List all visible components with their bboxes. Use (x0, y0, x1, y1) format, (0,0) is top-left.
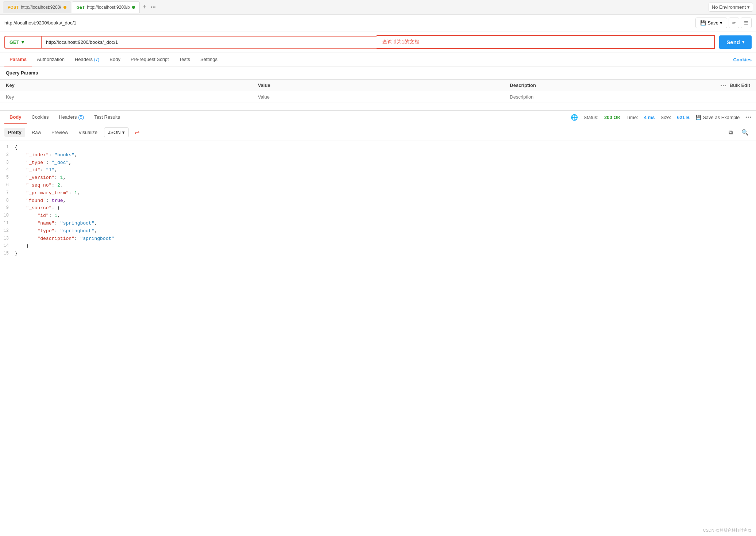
params-table: Key Value Description ••• Bulk Edit (0, 79, 756, 103)
status-value: 200 OK (604, 115, 621, 120)
tab-settings[interactable]: Settings (195, 53, 223, 66)
status-prefix: Status: (584, 115, 598, 120)
new-tab-button[interactable]: + (140, 3, 149, 11)
watermark: CSDN @莫斯穿林打叶声@ (703, 528, 752, 533)
comment-icon: ☰ (744, 20, 748, 26)
method-label: GET (9, 39, 19, 45)
save-button[interactable]: 💾 Save ▾ (695, 18, 727, 28)
tab-get-url: http://localhost:9200/b (87, 5, 130, 10)
view-raw-button[interactable]: Raw (28, 128, 45, 137)
response-section: Body Cookies Headers (5) Test Results 🌐 … (0, 110, 756, 261)
response-tabs: Body Cookies Headers (5) Test Results 🌐 … (0, 111, 756, 124)
body-toolbar: Pretty Raw Preview Visualize JSON ▾ ⇌ ⧉ … (0, 124, 756, 141)
globe-icon: 🌐 (571, 114, 578, 121)
tab-authorization[interactable]: Authorization (32, 53, 70, 66)
send-button[interactable]: Send ▾ (719, 35, 752, 49)
edit-icon: ✏ (732, 20, 736, 26)
format-label: JSON (108, 130, 121, 135)
bulk-edit-link[interactable]: Bulk Edit (730, 83, 750, 88)
response-tab-body-label: Body (9, 114, 22, 120)
tab-get-method: GET (77, 5, 85, 9)
view-visualize-label: Visualize (78, 130, 97, 135)
time-prefix: Time: (626, 115, 638, 120)
view-pretty-label: Pretty (8, 130, 22, 135)
code-line-8: 8 "found": true, (0, 197, 756, 205)
tab-headers[interactable]: Headers (7) (70, 53, 104, 66)
body-actions: ⧉ 🔍 (726, 127, 752, 138)
tab-get-dot (132, 6, 135, 9)
response-tab-cookies[interactable]: Cookies (27, 111, 54, 124)
col-actions-dots[interactable]: ••• (721, 83, 727, 88)
tab-post-url: http://localhost:9200/ (21, 5, 61, 10)
code-line-3: 3 "_type": "_doc", (0, 159, 756, 167)
col-key: Key (0, 80, 252, 91)
search-button[interactable]: 🔍 (738, 127, 752, 138)
code-line-6: 6 "_seq_no": 2, (0, 182, 756, 189)
save-icon: 💾 (700, 20, 706, 26)
save-label: Save (707, 20, 718, 26)
address-url: http://localhost:9200/books/_doc/1 (4, 20, 693, 26)
code-line-15: 15 } (0, 250, 756, 258)
code-line-7: 7 "_primary_term": 1, (0, 189, 756, 197)
code-line-10: 10 "id": 1, (0, 212, 756, 220)
code-line-5: 5 "_version": 1, (0, 174, 756, 182)
tab-tests[interactable]: Tests (174, 53, 195, 66)
view-raw-label: Raw (32, 130, 41, 135)
copy-button[interactable]: ⧉ (726, 127, 736, 138)
size-value: 621 B (677, 115, 690, 120)
code-line-2: 2 "_index": "books", (0, 152, 756, 159)
view-preview-button[interactable]: Preview (48, 128, 72, 137)
col-description: Description ••• Bulk Edit (504, 80, 756, 91)
tab-bar-right: No Environment ▾ (709, 3, 753, 12)
code-line-1: 1 { (0, 144, 756, 152)
tab-body[interactable]: Body (104, 53, 126, 66)
view-pretty-button[interactable]: Pretty (4, 128, 25, 137)
cookies-link[interactable]: Cookies (733, 57, 752, 62)
tab-params-label: Params (9, 57, 27, 62)
address-bar: http://localhost:9200/books/_doc/1 💾 Sav… (0, 15, 756, 31)
tab-headers-badge: (7) (94, 57, 100, 62)
send-label: Send (726, 39, 740, 45)
edit-button[interactable]: ✏ (729, 18, 739, 28)
value-input[interactable] (258, 94, 498, 100)
copy-icon: ⧉ (729, 129, 733, 135)
tab-settings-label: Settings (200, 57, 217, 62)
tab-prerequest[interactable]: Pre-request Script (126, 53, 174, 66)
send-chevron: ▾ (742, 39, 744, 45)
response-tab-cookies-label: Cookies (32, 114, 49, 120)
response-tab-body[interactable]: Body (4, 111, 27, 124)
url-comment: 查询id为1的文档 (377, 35, 715, 49)
wrap-icon: ⇌ (135, 129, 139, 135)
search-icon: 🔍 (741, 129, 749, 135)
code-view: 1 { 2 "_index": "books", 3 "_type": "_do… (0, 141, 756, 261)
description-input[interactable] (510, 94, 750, 100)
response-tab-testresults[interactable]: Test Results (89, 111, 125, 124)
comment-button[interactable]: ☰ (741, 18, 752, 28)
tab-authorization-label: Authorization (37, 57, 65, 62)
tab-params[interactable]: Params (4, 53, 32, 66)
tab-get[interactable]: GET http://localhost:9200/b (72, 1, 140, 13)
tab-post-dot (63, 6, 66, 9)
key-input[interactable] (6, 94, 246, 100)
code-line-12: 12 "type": "springboot", (0, 227, 756, 235)
view-visualize-button[interactable]: Visualize (75, 128, 101, 137)
time-value: 4 ms (644, 115, 655, 120)
format-select[interactable]: JSON ▾ (104, 127, 129, 137)
tab-headers-label: Headers (75, 57, 93, 62)
size-prefix: Size: (661, 115, 671, 120)
save-example-button[interactable]: 💾 Save as Example (695, 115, 740, 120)
col-description-label: Description (510, 83, 536, 88)
response-tab-headers-badge: (5) (78, 114, 84, 120)
response-tab-testresults-label: Test Results (94, 114, 120, 120)
response-tab-headers[interactable]: Headers (5) (54, 111, 89, 124)
query-params-section: Query Params Key Value Description ••• B… (0, 66, 756, 103)
tab-more-button[interactable]: ••• (151, 4, 156, 10)
method-select[interactable]: GET ▾ (4, 36, 41, 49)
environment-select[interactable]: No Environment ▾ (709, 3, 753, 12)
tab-post[interactable]: POST http://localhost:9200/ (3, 1, 71, 13)
url-input[interactable] (41, 36, 377, 49)
response-more-button[interactable]: ••• (745, 115, 752, 120)
query-params-title: Query Params (0, 66, 756, 79)
request-line: GET ▾ 查询id为1的文档 Send ▾ (0, 31, 756, 53)
wrap-button[interactable]: ⇌ (132, 127, 142, 138)
